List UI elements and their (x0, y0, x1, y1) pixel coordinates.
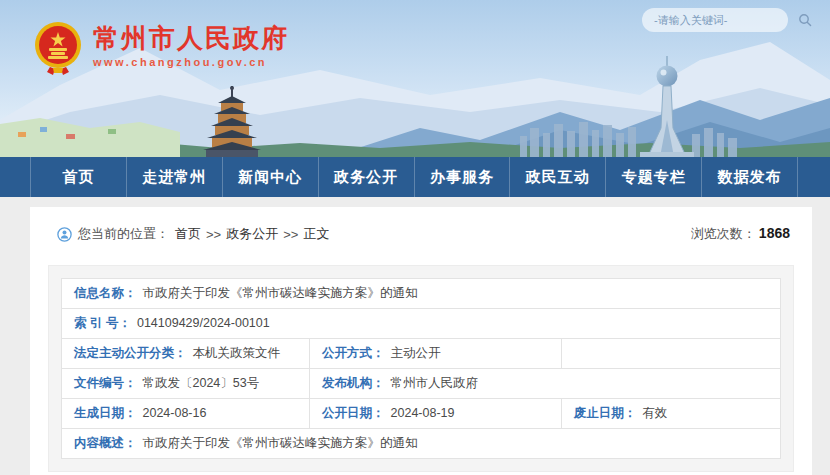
label-expiry-date: 废止日期： (574, 406, 637, 420)
location-user-icon (57, 227, 72, 242)
logo-text: 常州市人民政府 www.changzhou.gov.cn (93, 20, 289, 68)
cell-create-date: 生成日期：2024-08-16 (62, 399, 310, 429)
content-card: 您当前的位置： 首页 >> 政务公开 >> 正文 浏览次数：1868 信息名称： (30, 207, 812, 475)
view-counter-value: 1868 (759, 225, 790, 241)
cell-info-name: 信息名称：市政府关于印发《常州市碳达峰实施方案》的通知 (62, 279, 781, 309)
label-issuer: 发布机构： (322, 376, 385, 390)
table-row-index-no: 索 引 号：014109429/2024-00101 (62, 309, 781, 339)
nav-item-interaction[interactable]: 政民互动 (509, 157, 605, 197)
label-index-no: 索 引 号： (74, 316, 131, 330)
national-emblem-icon (33, 20, 83, 76)
value-index-no: 014109429/2024-00101 (137, 316, 270, 330)
label-create-date: 生成日期： (74, 406, 137, 420)
breadcrumb-current: 正文 (303, 225, 329, 243)
breadcrumb-separator: >> (206, 227, 221, 242)
cell-open-date: 公开日期：2024-08-19 (310, 399, 562, 429)
table-row-summary: 内容概述：市政府关于印发《常州市碳达峰实施方案》的通知 (62, 429, 781, 459)
breadcrumb: 您当前的位置： 首页 >> 政务公开 >> 正文 (57, 225, 329, 243)
main-nav: 首页 走进常州 新闻中心 政务公开 办事服务 政民互动 专题专栏 数据发布 (0, 157, 830, 197)
value-info-name: 市政府关于印发《常州市碳达峰实施方案》的通知 (143, 286, 418, 300)
value-expiry-date: 有效 (642, 406, 667, 420)
nav-item-home[interactable]: 首页 (30, 157, 126, 197)
label-doc-no: 文件编号： (74, 376, 137, 390)
cell-open-category: 法定主动公开分类：本机关政策文件 (62, 339, 310, 369)
label-summary: 内容概述： (74, 436, 137, 450)
nav-item-news-center[interactable]: 新闻中心 (222, 157, 318, 197)
page: 常州市人民政府 www.changzhou.gov.cn 首页 走进常州 新闻中… (0, 0, 830, 475)
search-icon[interactable] (798, 13, 812, 27)
view-counter-label: 浏览次数： (691, 226, 756, 241)
document-info-table: 信息名称：市政府关于印发《常州市碳达峰实施方案》的通知 索 引 号：014109… (61, 278, 781, 459)
label-open-date: 公开日期： (322, 406, 385, 420)
table-row-dates: 生成日期：2024-08-16 公开日期：2024-08-19 废止日期：有效 (62, 399, 781, 429)
value-open-method: 主动公开 (391, 346, 441, 360)
value-open-category: 本机关政策文件 (193, 346, 281, 360)
label-info-name: 信息名称： (74, 286, 137, 300)
cell-summary: 内容概述：市政府关于印发《常州市碳达峰实施方案》的通知 (62, 429, 781, 459)
info-table-wrapper: 信息名称：市政府关于印发《常州市碳达峰实施方案》的通知 索 引 号：014109… (48, 265, 794, 472)
search-box[interactable] (642, 8, 788, 32)
nav-item-gov-info[interactable]: 政务公开 (318, 157, 414, 197)
table-row-doc-no: 文件编号：常政发〔2024〕53号 发布机构：常州市人民政府 (62, 369, 781, 399)
value-summary: 市政府关于印发《常州市碳达峰实施方案》的通知 (143, 436, 418, 450)
value-doc-no: 常政发〔2024〕53号 (143, 376, 260, 390)
site-url: www.changzhou.gov.cn (93, 56, 289, 68)
label-open-category: 法定主动公开分类： (74, 346, 187, 360)
cell-empty (561, 339, 780, 369)
search-input[interactable] (652, 13, 798, 27)
cell-open-method: 公开方式：主动公开 (310, 339, 562, 369)
nav-item-data-release[interactable]: 数据发布 (701, 157, 798, 197)
view-counter: 浏览次数：1868 (691, 225, 790, 243)
table-row-info-name: 信息名称：市政府关于印发《常州市碳达峰实施方案》的通知 (62, 279, 781, 309)
value-issuer: 常州市人民政府 (391, 376, 479, 390)
cell-index-no: 索 引 号：014109429/2024-00101 (62, 309, 781, 339)
label-open-method: 公开方式： (322, 346, 385, 360)
nav-item-special-topics[interactable]: 专题专栏 (605, 157, 701, 197)
nav-item-services[interactable]: 办事服务 (414, 157, 510, 197)
breadcrumb-link-home[interactable]: 首页 (175, 225, 201, 243)
site-logo[interactable]: 常州市人民政府 www.changzhou.gov.cn (33, 20, 289, 76)
cell-issuer: 发布机构：常州市人民政府 (310, 369, 781, 399)
cell-doc-no: 文件编号：常政发〔2024〕53号 (62, 369, 310, 399)
breadcrumb-prefix: 您当前的位置： (78, 225, 169, 243)
nav-item-about-changzhou[interactable]: 走进常州 (126, 157, 222, 197)
header-banner: 常州市人民政府 www.changzhou.gov.cn (0, 0, 830, 157)
value-create-date: 2024-08-16 (143, 406, 207, 420)
content-area: 您当前的位置： 首页 >> 政务公开 >> 正文 浏览次数：1868 信息名称： (0, 197, 830, 475)
breadcrumb-separator: >> (283, 227, 298, 242)
cell-expiry-date: 废止日期：有效 (561, 399, 780, 429)
breadcrumb-row: 您当前的位置： 首页 >> 政务公开 >> 正文 浏览次数：1868 (30, 223, 812, 245)
site-title: 常州市人民政府 (93, 24, 289, 52)
value-open-date: 2024-08-19 (391, 406, 455, 420)
breadcrumb-link-gov-info[interactable]: 政务公开 (226, 225, 278, 243)
table-row-category: 法定主动公开分类：本机关政策文件 公开方式：主动公开 (62, 339, 781, 369)
